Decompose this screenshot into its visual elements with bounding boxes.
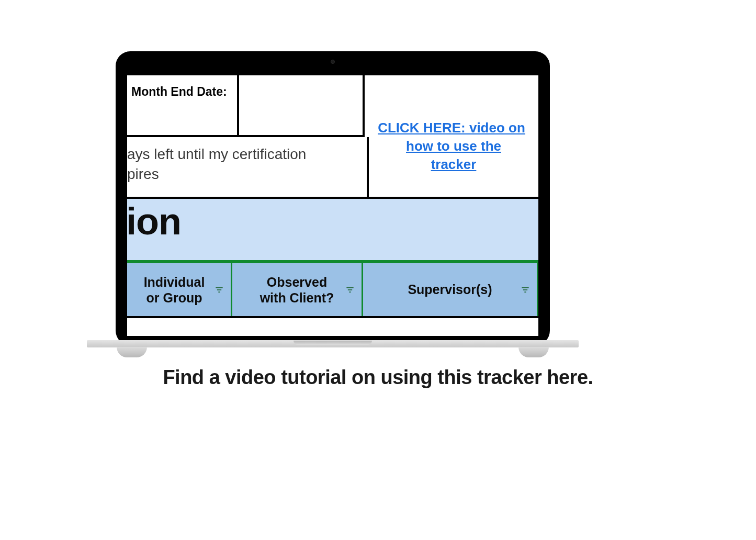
filter-icon[interactable] [214,285,224,295]
column-header-supervisors[interactable]: Supervisor(s) [363,262,538,316]
column-headers: Individual or Group Observed wi [127,262,538,318]
col1-line2: or Group [144,290,205,306]
mid-row: ays left until my certification pires ho… [127,137,538,199]
video-link-line3: tracker [431,155,477,174]
video-link-cell-top: CLICK HERE: video on [365,75,538,137]
caption-text: Find a video tutorial on using this trac… [0,366,756,389]
col3-label: Supervisor(s) [408,282,492,297]
col2-line2: with Client? [260,290,334,306]
section-header-fragment: ion [127,200,181,243]
filter-icon[interactable] [520,285,531,295]
month-end-value-cell[interactable] [239,75,365,137]
month-end-label: Month End Date: [131,85,227,98]
video-link-line1: CLICK HERE: video on [378,119,525,137]
bottom-spacer [127,318,538,321]
cert-line2: pires [127,164,367,184]
filter-icon[interactable] [345,285,355,295]
column-header-observed[interactable]: Observed with Client? [232,262,363,316]
laptop-foot-right [518,347,549,357]
video-link-line2: how to use the [406,137,501,155]
laptop-base [87,340,579,347]
column-header-individual-group[interactable]: Individual or Group [127,262,232,316]
cert-line1: ays left until my certification [127,144,367,164]
laptop-foot-left [117,347,147,357]
laptop-feet [97,347,569,357]
top-row: Month End Date: CLICK HERE: video on [127,73,538,137]
certification-days-cell: ays left until my certification pires [127,137,367,199]
video-link-cell-bottom[interactable]: how to use the tracker [367,137,538,199]
section-header-band: ion [127,199,538,262]
col1-line1: Individual [144,274,205,290]
laptop-frame: Month End Date: CLICK HERE: video on ays… [116,51,550,345]
spreadsheet-screen: Month End Date: CLICK HERE: video on ays… [127,73,538,336]
camera-icon [331,60,335,64]
col2-line1: Observed [260,274,334,290]
laptop-bezel: Month End Date: CLICK HERE: video on ays… [120,55,546,341]
video-tutorial-link[interactable]: CLICK HERE: video on [378,119,525,137]
month-end-label-cell: Month End Date: [127,75,239,137]
